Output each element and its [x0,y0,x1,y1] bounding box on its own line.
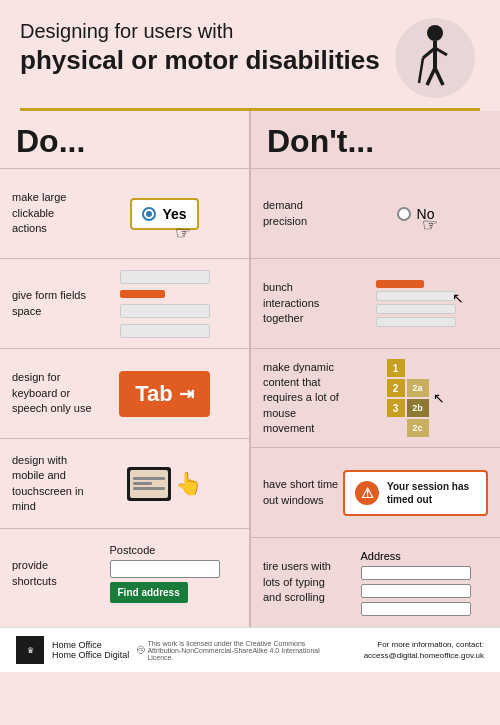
bunch-field-1 [376,291,456,301]
form-field-2 [120,304,210,318]
dynamic-grid-container: 1 2 2a 3 2b 2c [387,359,445,437]
session-timeout-visual: ⚠ Your session has timed out [343,470,488,516]
form-field-3 [120,324,210,338]
main-columns: Do... make large clickable actions Yes ☞… [0,111,500,627]
license-text: This work is licensed under the Creative… [147,640,327,661]
dont-visual-1: No ☞ [343,206,488,222]
do-row-3: design for keyboard or speech only use T… [0,348,249,438]
tab-label: Tab [135,381,172,407]
dont-label-3: make dynamic content that requires a lot… [263,360,343,437]
bunch-orange-bar [376,280,424,288]
do-row-5: provide shortcuts Postcode Find address [0,528,249,618]
header-text: Designing for users with physical or mot… [20,18,380,78]
radio-dot-grey-icon [397,207,411,221]
do-label-5: provide shortcuts [12,558,92,589]
footer: ♛ Home Office Home Office Digital 🅭 This… [0,627,500,672]
home-office-logo: ♛ [16,636,44,664]
address-field-2 [361,584,471,598]
dont-row-5: tire users with lots of typing and scrol… [251,537,500,627]
bunch-fields-visual: ↖ [376,280,456,327]
dynamic-row-4: 2c [387,419,429,437]
svg-point-0 [427,25,443,41]
tablet-line-3 [133,487,165,490]
radio-dot-inner [146,211,152,217]
dont-header: Don't... [251,111,500,168]
cc-icon: 🅭 [137,646,145,655]
dont-visual-4: ⚠ Your session has timed out [343,470,488,516]
dg-cell-2b: 2b [407,399,429,417]
do-visual-4: 👆 [92,467,237,501]
do-header: Do... [0,111,249,168]
creative-commons-badge: 🅭 This work is licensed under the Creati… [137,640,327,661]
bunch-field-3 [376,317,456,327]
yes-label: Yes [162,206,186,222]
radio-dot-icon [142,207,156,221]
tablet-icon [127,467,171,501]
mobile-touchscreen-visual: 👆 [127,467,202,501]
cursor-hand-icon: ☞ [175,222,191,244]
dynamic-grid-visual: 1 2 2a 3 2b 2c [387,359,429,437]
shortcuts-visual: Postcode Find address [110,544,220,603]
do-row-4: design with mobile and touchscreen in mi… [0,438,249,528]
form-fields-visual [120,270,210,338]
dont-row-3: make dynamic content that requires a lot… [251,348,500,447]
warning-icon: ⚠ [355,481,379,505]
do-label-4: design with mobile and touchscreen in mi… [12,453,92,515]
form-field-1 [120,270,210,284]
footer-left: ♛ Home Office Home Office Digital 🅭 This… [16,636,327,664]
dg-num-3: 3 [387,399,405,417]
dynamic-row-2: 2 2a [387,379,429,397]
svg-line-6 [435,68,443,85]
dont-label-2: bunch interactions together [263,280,343,326]
session-text: Your session has timed out [387,480,476,506]
dg-cell-2a: 2a [407,379,429,397]
home-office-label: Home Office [52,640,129,650]
tab-arrow-icon: ⇥ [179,383,194,405]
contact-label: For more information, contact: [364,639,484,650]
dynamic-row-3: 3 2b [387,399,429,417]
dont-visual-3: 1 2 2a 3 2b 2c [343,359,488,437]
bunch-cursor-icon: ↖ [452,290,464,306]
do-row-2: give form fields space [0,258,249,348]
dont-visual-5: Address [343,550,488,616]
do-label-3: design for keyboard or speech only use [12,370,92,416]
address-field-1 [361,566,471,580]
address-fields-visual: Address [361,550,471,616]
dont-row-1: demand precision No ☞ [251,168,500,258]
postcode-field-visual [110,560,220,578]
tab-button-visual: Tab ⇥ [119,371,209,417]
do-row-1: make large clickable actions Yes ☞ [0,168,249,258]
dg-num-2: 2 [387,379,405,397]
tablet-line-2 [133,482,152,485]
crown-icon: ♛ [27,646,34,655]
dont-row-2: bunch interactions together ↖ [251,258,500,348]
footer-logos-text: Home Office Home Office Digital [52,640,129,660]
do-visual-1: Yes ☞ [92,198,237,230]
header: Designing for users with physical or mot… [0,0,500,108]
person-with-cane-icon [395,18,475,98]
address-field-3 [361,602,471,616]
find-address-button-visual: Find address [110,582,188,603]
dg-num-1: 1 [387,359,405,377]
home-office-digital-label: Home Office Digital [52,650,129,660]
dont-visual-2: ↖ [343,280,488,327]
do-label-2: give form fields space [12,288,92,319]
do-visual-5: Postcode Find address [92,544,237,603]
dg-cell-2c: 2c [407,419,429,437]
address-label: Address [361,550,471,562]
do-column: Do... make large clickable actions Yes ☞… [0,111,249,627]
dynamic-row-1: 1 [387,359,429,377]
footer-right: For more information, contact: access@di… [364,639,484,661]
do-visual-3: Tab ⇥ [92,371,237,417]
cursor-hand-dont-icon: ☞ [422,214,438,236]
tablet-line-1 [133,477,165,480]
do-label-1: make large clickable actions [12,190,92,236]
tablet-screen [130,470,168,498]
dont-label-4: have short time out windows [263,477,343,508]
dont-column: Don't... demand precision No ☞ bunch int… [251,111,500,627]
header-icon [390,18,480,98]
header-title: Designing for users with physical or mot… [20,18,380,78]
no-button-container: No ☞ [397,206,435,222]
hand-point-icon: 👆 [175,471,202,497]
svg-line-3 [419,58,423,83]
